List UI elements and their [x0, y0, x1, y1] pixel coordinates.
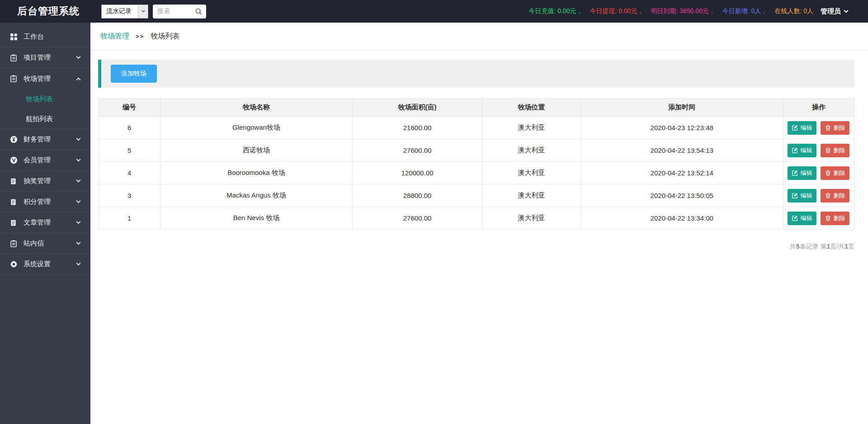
sidebar-item-label: 会员管理 — [24, 156, 75, 165]
table-row: 6 Glengowan牧场 21600.00 澳大利亚 2020-04-23 1… — [99, 117, 854, 139]
search-icon — [195, 8, 203, 15]
submenu-farm-management: 牧场列表航拍列表 — [0, 89, 90, 129]
search-input[interactable]: 搜索 — [153, 5, 206, 19]
stat-value: 3650.00元， — [679, 7, 715, 14]
header-actions: 操作 — [783, 99, 854, 117]
edit-button[interactable]: 编辑 — [788, 189, 816, 203]
yen-circle-icon — [10, 136, 18, 143]
cell-location: 澳大利亚 — [482, 117, 580, 139]
document-icon — [10, 219, 18, 226]
admin-menu[interactable]: 管理员 — [821, 7, 849, 16]
stat-label: 在线人数: — [774, 7, 802, 14]
edit-button[interactable]: 编辑 — [788, 166, 816, 180]
chevron-down-icon — [75, 199, 81, 205]
edit-icon — [792, 147, 798, 153]
select-chevron-down-icon — [138, 5, 148, 18]
sidebar-item-label: 文章管理 — [24, 218, 75, 227]
clipboard-icon — [10, 240, 18, 247]
grid-icon — [10, 33, 18, 41]
cell-area: 21600.00 — [352, 117, 482, 139]
cell-time: 2020-04-23 12:23:48 — [580, 117, 783, 139]
edit-button-label: 编辑 — [800, 146, 812, 155]
cell-actions: 编辑删除 — [783, 184, 854, 207]
sidebar-item-article-management[interactable]: 文章管理 — [0, 212, 90, 233]
breadcrumb-parent[interactable]: 牧场管理 — [100, 32, 129, 41]
edit-icon — [792, 215, 798, 221]
stat-value: 0.00元， — [557, 7, 582, 14]
chevron-down-icon — [75, 157, 81, 163]
add-farm-button[interactable]: 添加牧场 — [111, 65, 157, 83]
pagination-text: 页/共 — [830, 243, 844, 250]
header-id: 编号 — [99, 99, 160, 117]
chevron-down-icon — [75, 55, 81, 61]
trash-icon — [825, 125, 831, 131]
topbar-stats: 今日充值: 0.00元，今日提现: 0.00元，明日到期: 3650.00元，今… — [528, 7, 813, 15]
edit-button-label: 编辑 — [800, 169, 812, 177]
delete-button[interactable]: 删除 — [821, 166, 849, 180]
header-location: 牧场位置 — [482, 99, 580, 117]
edit-button[interactable]: 编辑 — [788, 212, 816, 225]
cell-name: 西诺牧场 — [160, 139, 353, 162]
stat-label: 今日新增: — [722, 7, 750, 14]
edit-button[interactable]: 编辑 — [788, 121, 816, 135]
cell-location: 澳大利亚 — [482, 207, 580, 230]
clipboard-icon — [10, 54, 18, 61]
cell-name: Booroomooka 牧场 — [160, 162, 353, 184]
sidebar-subitem-farm-list[interactable]: 牧场列表 — [0, 89, 90, 109]
edit-button[interactable]: 编辑 — [788, 144, 816, 157]
chevron-down-icon — [75, 220, 81, 226]
stat-today-recharge: 今日充值: 0.00元， — [528, 7, 582, 15]
sidebar-item-project-management[interactable]: 项目管理 — [0, 47, 90, 68]
edit-button-label: 编辑 — [800, 214, 812, 222]
pagination-pages: 1 — [844, 243, 848, 250]
gear-icon — [10, 260, 18, 268]
cell-area: 28800.00 — [352, 184, 482, 207]
cell-actions: 编辑删除 — [783, 207, 854, 230]
cell-name: Glengowan牧场 — [160, 117, 353, 139]
header-time: 添加时间 — [580, 99, 783, 117]
table-row: 1 Ben Nevis 牧场 27600.00 澳大利亚 2020-04-22 … — [99, 207, 854, 230]
member-circle-icon — [10, 156, 18, 164]
sidebar-item-farm-management[interactable]: 牧场管理 — [0, 68, 90, 89]
delete-button[interactable]: 删除 — [821, 212, 849, 225]
delete-button[interactable]: 删除 — [821, 144, 849, 157]
cell-time: 2020-04-22 13:50:05 — [580, 184, 783, 207]
sidebar-item-points-management[interactable]: 积分管理 — [0, 192, 90, 212]
sidebar-item-label: 站内信 — [24, 239, 75, 248]
table-row: 4 Booroomooka 牧场 120000.00 澳大利亚 2020-04-… — [99, 162, 854, 184]
trash-icon — [825, 215, 831, 221]
sidebar-item-member-management[interactable]: 会员管理 — [0, 150, 90, 171]
sidebar-subitem-aerial-list[interactable]: 航拍列表 — [0, 109, 90, 129]
delete-button-label: 删除 — [833, 146, 845, 155]
sidebar-item-system-settings[interactable]: 系统设置 — [0, 254, 90, 275]
cell-actions: 编辑删除 — [783, 162, 854, 184]
admin-label: 管理员 — [821, 7, 841, 16]
cell-id: 3 — [99, 184, 160, 207]
sidebar-item-label: 项目管理 — [24, 53, 75, 62]
sidebar-item-site-mail[interactable]: 站内信 — [0, 233, 90, 254]
cell-time: 2020-04-22 13:52:14 — [580, 162, 783, 184]
sidebar-item-finance-management[interactable]: 财务管理 — [0, 129, 90, 150]
cell-name: Mackas Angus 牧场 — [160, 184, 353, 207]
document-icon — [10, 198, 18, 206]
main-area: 牧场管理 >> 牧场列表 添加牧场 编号 牧场名称 牧场面积(亩) 牧场位置 添… — [90, 23, 868, 251]
cell-location: 澳大利亚 — [482, 184, 580, 207]
delete-button[interactable]: 删除 — [821, 189, 849, 203]
delete-button[interactable]: 删除 — [821, 121, 849, 135]
stat-label: 明日到期: — [651, 7, 678, 14]
trash-icon — [825, 193, 831, 198]
pagination-total: 5 — [796, 243, 800, 250]
sidebar-item-label: 系统设置 — [24, 260, 75, 269]
cell-location: 澳大利亚 — [482, 162, 580, 184]
content: 添加牧场 编号 牧场名称 牧场面积(亩) 牧场位置 添加时间 操作 6 Glen… — [90, 60, 868, 251]
admin-chevron-down-icon — [843, 9, 849, 14]
sidebar-item-workbench[interactable]: 工作台 — [0, 27, 90, 47]
stat-today-withdraw: 今日提现: 0.00元， — [590, 7, 643, 15]
stat-today-new: 今日新增: 0人， — [722, 7, 768, 15]
sidebar-item-label: 工作台 — [24, 33, 81, 41]
farm-table: 编号 牧场名称 牧场面积(亩) 牧场位置 添加时间 操作 6 Glengowan… — [98, 98, 854, 230]
sidebar: 工作台项目管理牧场管理牧场列表航拍列表财务管理会员管理抽奖管理积分管理文章管理站… — [0, 23, 90, 424]
record-type-select[interactable]: 流水记录 — [101, 5, 148, 19]
stat-value: 0人 — [803, 7, 813, 14]
sidebar-item-lottery-management[interactable]: 抽奖管理 — [0, 171, 90, 192]
